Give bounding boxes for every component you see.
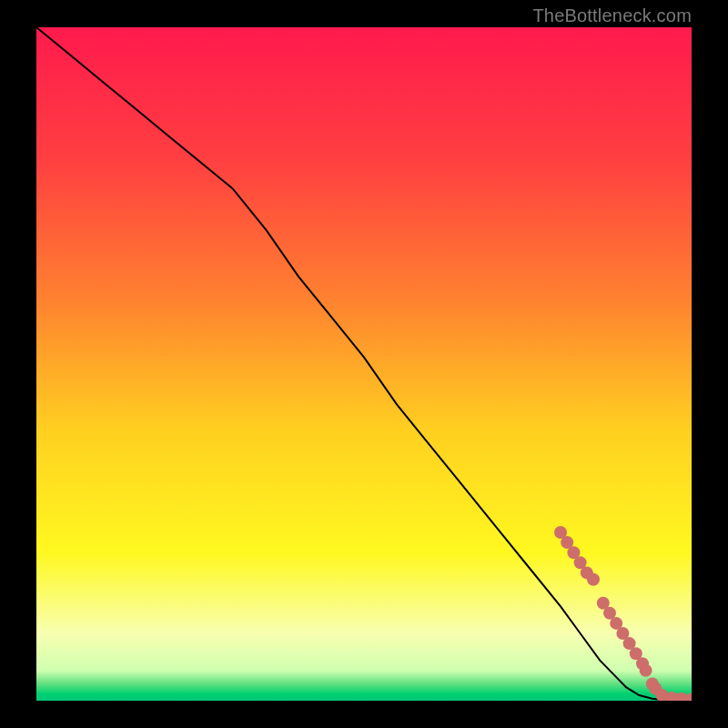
chart-plot-area — [36, 27, 692, 701]
chart-point — [587, 573, 600, 586]
chart-background — [36, 27, 692, 701]
watermark-text: TheBottleneck.com — [532, 5, 692, 26]
chart-svg — [36, 27, 692, 701]
chart-point — [640, 664, 652, 677]
chart-frame: TheBottleneck.com — [0, 0, 728, 728]
